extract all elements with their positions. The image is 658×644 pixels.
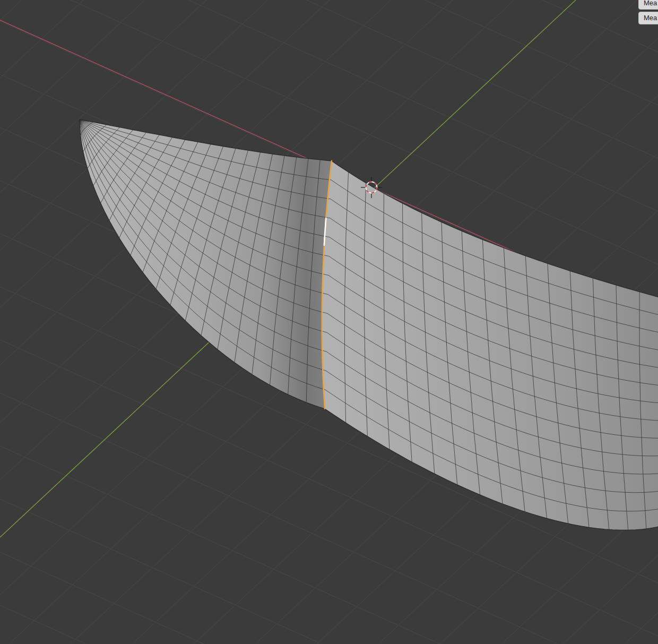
blender-3d-viewport[interactable]: Mea Mea	[0, 0, 658, 644]
menu-item-measure-2[interactable]: Mea	[638, 12, 658, 24]
top-right-menu: Mea Mea	[638, 0, 658, 32]
menu-item-measure-1[interactable]: Mea	[638, 0, 658, 10]
viewport-canvas[interactable]	[0, 0, 658, 644]
